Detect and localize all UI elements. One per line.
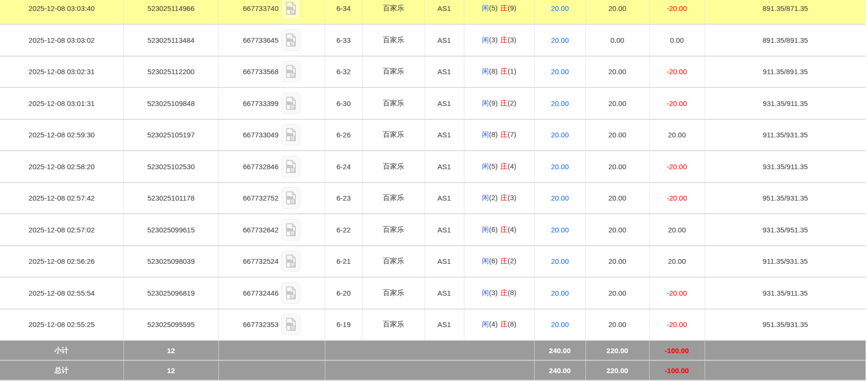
bet-amount-cell[interactable]: 20.00	[534, 24, 585, 56]
video-replay-button[interactable]	[281, 0, 301, 19]
player-points: (6)	[489, 225, 498, 233]
video-replay-button[interactable]	[281, 29, 301, 51]
bet-amount-cell[interactable]: 20.00	[534, 0, 585, 24]
table-name-cell: AS1	[425, 87, 464, 119]
player-points: (5)	[489, 4, 498, 12]
bet-amount-cell[interactable]: 20.00	[534, 277, 585, 309]
table-name-cell: AS1	[425, 214, 464, 246]
video-replay-button[interactable]	[281, 61, 301, 82]
video-replay-button[interactable]	[281, 282, 301, 304]
video-replay-icon	[284, 64, 297, 79]
table-row: 2025-12-08 02:59:30 523025105197 6677330…	[0, 119, 866, 151]
game-number: 667733740	[243, 4, 278, 12]
game-number-cell: 667733568	[218, 56, 325, 88]
player-points: (3)	[489, 36, 498, 44]
valid-amount-cell: 0.00	[585, 24, 649, 56]
player-points: (3)	[489, 289, 498, 297]
round-cell: 6-26	[325, 119, 362, 151]
bet-time-cell: 2025-12-08 02:58:20	[0, 151, 123, 183]
bet-amount-cell[interactable]: 20.00	[534, 309, 585, 341]
round-cell: 6-30	[325, 87, 362, 119]
video-replay-button[interactable]	[281, 124, 301, 145]
video-replay-button[interactable]	[281, 250, 301, 272]
bet-time-cell: 2025-12-08 03:03:02	[0, 24, 123, 56]
video-replay-button[interactable]	[281, 156, 301, 177]
round-cell: 6-24	[325, 151, 362, 183]
table-summary: 小计 12 240.00 220.00 -100.00 总计 12 240.00…	[0, 340, 866, 380]
balance-cell: 931.35/951.35	[705, 214, 866, 246]
player-result-label: 闲	[482, 99, 489, 107]
banker-points: (1)	[508, 67, 516, 75]
bet-number-cell: 523025098039	[123, 246, 218, 278]
total-valid-amount: 220.00	[585, 360, 649, 380]
banker-result-label: 庄	[500, 162, 508, 170]
bet-number-cell: 523025105197	[123, 119, 218, 151]
table-row: 2025-12-08 03:01:31 523025109848 6677333…	[0, 87, 866, 119]
bet-time-cell: 2025-12-08 02:59:30	[0, 119, 123, 151]
video-replay-button[interactable]	[281, 187, 301, 209]
video-replay-icon	[284, 96, 297, 111]
game-type-cell: 百家乐	[362, 277, 425, 309]
subtotal-label: 小计	[0, 340, 123, 360]
video-replay-icon	[284, 127, 297, 142]
balance-cell: 931.35/911.35	[705, 87, 866, 119]
banker-points: (3)	[508, 193, 516, 202]
valid-amount-cell: 20.00	[585, 183, 649, 214]
bet-number-cell: 523025113484	[123, 24, 218, 56]
bet-amount-cell[interactable]: 20.00	[534, 56, 585, 88]
game-number: 667733568	[243, 67, 278, 76]
balance-cell: 891.35/891.35	[705, 24, 866, 56]
round-cell: 6-20	[325, 277, 362, 309]
balance-cell: 911.35/931.35	[705, 119, 866, 151]
video-replay-button[interactable]	[281, 314, 301, 335]
game-type-cell: 百家乐	[362, 214, 425, 246]
video-replay-button[interactable]	[281, 93, 301, 114]
game-number-cell: 667732446	[218, 277, 325, 309]
banker-result-label: 庄	[500, 4, 508, 12]
balance-cell: 911.35/891.35	[705, 56, 866, 88]
round-cell: 6-34	[325, 0, 362, 24]
video-replay-button[interactable]	[281, 219, 301, 241]
banker-points: (7)	[508, 130, 516, 138]
bet-amount-cell[interactable]: 20.00	[534, 183, 585, 214]
valid-amount-cell: 20.00	[585, 246, 649, 278]
result-cell: 闲(8)庄(1)	[464, 56, 534, 88]
video-replay-icon	[284, 1, 297, 16]
game-number: 667732446	[243, 289, 278, 297]
table-row: 2025-12-08 03:03:40 523025114966 6677337…	[0, 0, 866, 24]
valid-amount-cell: 20.00	[585, 119, 649, 151]
valid-amount-cell: 20.00	[585, 87, 649, 119]
table-name-cell: AS1	[425, 119, 464, 151]
valid-amount-cell: 20.00	[585, 277, 649, 309]
subtotal-spacer-cell	[325, 340, 534, 360]
game-number-cell: 667733740	[218, 0, 325, 24]
round-cell: 6-32	[325, 56, 362, 88]
bet-time-cell: 2025-12-08 02:55:25	[0, 309, 123, 341]
table-row: 2025-12-08 02:58:20 523025102530 6677328…	[0, 151, 866, 183]
result-cell: 闲(9)庄(2)	[464, 87, 534, 119]
game-number-cell: 667733399	[218, 87, 325, 119]
result-cell: 闲(4)庄(8)	[464, 309, 534, 341]
bet-number-cell: 523025101178	[123, 183, 218, 214]
bet-amount-cell[interactable]: 20.00	[534, 119, 585, 151]
bet-amount-cell[interactable]: 20.00	[534, 87, 585, 119]
total-win-loss: -100.00	[649, 360, 705, 380]
video-replay-icon	[284, 254, 297, 269]
game-number: 667732524	[243, 257, 278, 265]
subtotal-bet-amount: 240.00	[534, 340, 585, 360]
banker-points: (8)	[508, 289, 516, 297]
bet-amount-cell[interactable]: 20.00	[534, 246, 585, 278]
betting-records-table: 2025-12-08 03:03:40 523025114966 6677337…	[0, 0, 868, 385]
video-replay-icon	[284, 222, 297, 237]
subtotal-valid-amount: 220.00	[585, 340, 649, 360]
player-result-label: 闲	[482, 257, 489, 265]
game-number-cell: 667732353	[218, 309, 325, 341]
bet-amount-cell[interactable]: 20.00	[534, 214, 585, 246]
win-loss-cell: 20.00	[649, 119, 705, 151]
player-points: (8)	[489, 130, 498, 138]
bet-amount-cell[interactable]: 20.00	[534, 151, 585, 183]
game-type-cell: 百家乐	[362, 0, 425, 24]
round-cell: 6-23	[325, 183, 362, 214]
table-body: 2025-12-08 03:03:40 523025114966 6677337…	[0, 0, 866, 340]
total-spacer-cell	[325, 360, 534, 380]
